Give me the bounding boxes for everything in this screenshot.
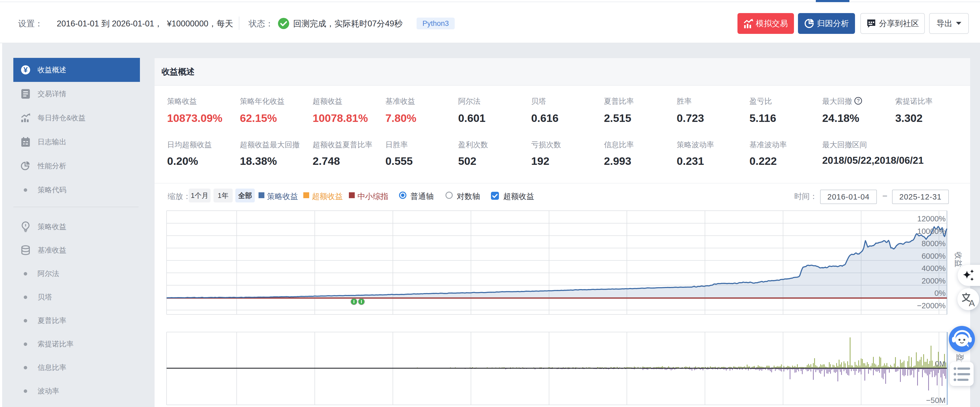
svg-text:12000%: 12000% <box>917 214 946 223</box>
svg-text:10000%: 10000% <box>917 227 946 236</box>
svg-text:8000%: 8000% <box>922 239 946 248</box>
svg-text:0%: 0% <box>934 289 946 297</box>
svg-text:4000%: 4000% <box>922 264 946 273</box>
svg-text:−2000%: −2000% <box>917 302 946 310</box>
svg-text:?: ? <box>857 98 859 104</box>
svg-text:收益: 收益 <box>954 252 963 267</box>
svg-text:2000%: 2000% <box>922 276 946 285</box>
svg-text:6000%: 6000% <box>922 252 946 260</box>
svg-text:A: A <box>969 298 975 307</box>
svg-text:0M: 0M <box>935 359 946 368</box>
svg-text:¥: ¥ <box>24 65 28 74</box>
svg-text:−50M: −50M <box>926 396 946 405</box>
